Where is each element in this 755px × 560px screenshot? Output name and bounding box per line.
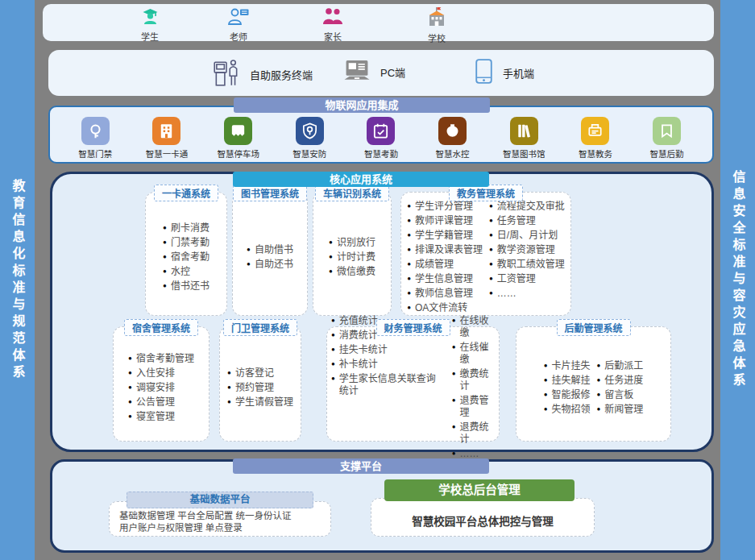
bullet-icon: ● — [227, 384, 231, 391]
bullet-icon: ● — [489, 218, 493, 224]
iot-academic: 智慧教务 — [561, 117, 630, 160]
feature-item: ●补卡统计 — [331, 358, 446, 372]
student-icon — [139, 6, 161, 29]
feature-item: ●任务管理 — [489, 214, 565, 229]
school-admin-description: 智慧校园平台总体把控与管理 — [412, 512, 554, 529]
left-ribbon: 教育信息化标准与规范体系 — [0, 0, 35, 560]
bullet-icon: ● — [452, 317, 456, 324]
feature-text: 成绩管理 — [415, 259, 454, 271]
feature-text: 宿舍考勤管理 — [136, 353, 194, 365]
feature-item: ●任务进度 — [597, 373, 644, 388]
feature-text: 自助还书 — [255, 259, 293, 271]
system-title: 门卫管理系统 — [223, 319, 297, 336]
feature-item: ●…… — [489, 287, 565, 301]
feature-text: 水控 — [171, 266, 190, 278]
feature-item: ●刷卡消费 — [163, 222, 209, 236]
base-data-platform-box: 基础数据平台 基础数据管理 平台全局配置 统一身份认证 用户账户与权限管理 单点… — [109, 501, 331, 537]
bullet-icon: ● — [163, 268, 167, 275]
academic-printer-icon — [581, 117, 609, 145]
audience-teacher: 老师 — [201, 6, 276, 43]
feature-columns: ●识别放行●计时计费●微信缴费 — [329, 236, 375, 280]
bullet-icon: ● — [247, 261, 251, 268]
school-admin-banner: 学校总后台管理 — [384, 479, 575, 501]
smart-campus-architecture-diagram: 教育信息化标准与规范体系 信息安全标准与容灾应急体系 学生老师家长学校 自助服务… — [0, 0, 755, 560]
feature-item: ●自助借书 — [247, 243, 293, 258]
bullet-icon: ● — [452, 371, 456, 377]
bullet-icon: ● — [597, 392, 601, 398]
feature-list: ●卡片挂失●挂失解挂●智能报修●失物招领 — [544, 359, 591, 417]
feature-text: 留言板 — [604, 389, 633, 401]
bullet-icon: ● — [128, 370, 132, 376]
feature-columns: ●刷卡消费●门禁考勤●宿舍考勤●水控●借书还书 — [163, 222, 209, 294]
feature-list: ●访客登记●预约管理●学生请假管理 — [227, 366, 293, 409]
parents-icon — [321, 6, 345, 29]
feature-item: ●门禁考勤 — [163, 236, 209, 251]
bullet-icon: ● — [489, 247, 493, 253]
feature-text: 识别放行 — [337, 237, 375, 249]
feature-text: 学生家长信息关联查询统计 — [339, 373, 446, 397]
feature-item: ●新闻管理 — [597, 402, 644, 417]
iot-label: 智慧图书馆 — [503, 147, 546, 160]
feature-text: 在线催缴 — [460, 342, 495, 366]
feature-item: ●成绩管理 — [407, 258, 483, 272]
bullet-icon: ● — [128, 384, 132, 391]
bullet-icon: ● — [128, 399, 132, 405]
feature-text: 卡片挂失 — [551, 360, 590, 372]
bullet-icon: ● — [452, 397, 456, 404]
system-box-academic: 教务管理系统 ●学生评分管理●教师评课管理●学生学籍管理●排课及课表管理●成绩管… — [400, 192, 571, 316]
feature-text: 学生评分管理 — [415, 201, 473, 213]
audience-label: 家长 — [324, 30, 342, 43]
feature-item: ●入住安排 — [128, 366, 194, 380]
feature-item: ●工资管理 — [489, 272, 565, 287]
feature-text: 教职工绩效管理 — [497, 259, 565, 271]
iot-security: 智慧安防 — [275, 117, 344, 160]
access-pc: PC端 — [342, 58, 405, 85]
feature-item: ●教职工绩效管理 — [489, 258, 565, 272]
feature-item: ●失物招领 — [544, 402, 591, 417]
feature-text: 寝室管理 — [136, 411, 175, 423]
bullet-icon: ● — [163, 283, 167, 289]
bullet-icon: ● — [331, 317, 335, 324]
feature-item: ●学生评分管理 — [407, 200, 483, 214]
kiosk-icon — [212, 58, 241, 91]
bullet-icon: ● — [227, 399, 231, 405]
feature-item: ●后勤派工 — [597, 359, 644, 373]
feature-text: 学生学籍管理 — [415, 230, 473, 242]
iot-label: 智慧门禁 — [78, 147, 112, 160]
feature-item: ●学生请假管理 — [227, 395, 293, 409]
audience-label: 学生 — [141, 30, 159, 43]
feature-item: ●在线催缴 — [452, 341, 495, 367]
audience-school: 学校 — [400, 6, 474, 44]
feature-item: ●学生家长信息关联查询统计 — [331, 372, 446, 399]
bullet-icon: ● — [407, 203, 411, 209]
attendance-calendar-icon — [367, 117, 395, 145]
feature-text: 借书还书 — [171, 280, 209, 292]
iot-label: 智慧停车场 — [217, 147, 259, 160]
feature-columns: ●学生评分管理●教师评课管理●学生学籍管理●排课及课表管理●成绩管理●学生信息管… — [407, 200, 565, 316]
feature-item: ●流程提交及审批 — [489, 200, 565, 214]
feature-text: 教学资源管理 — [497, 244, 555, 256]
feature-columns: ●自助借书●自助还书 — [247, 243, 293, 272]
feature-text: …… — [497, 288, 516, 300]
feature-text: 缴费统计 — [460, 368, 495, 392]
feature-item: ●计时计费 — [329, 251, 375, 265]
feature-item: ●宿舍考勤 — [163, 251, 209, 265]
bullet-icon: ● — [247, 247, 251, 253]
core-banner: 核心应用系统 — [233, 172, 489, 187]
audience-panel: 学生老师家长学校 — [43, 4, 714, 41]
feature-columns: ●卡片挂失●挂失解挂●智能报修●失物招领●后勤派工●任务进度●留言板●新闻管理 — [544, 359, 644, 417]
bullet-icon: ● — [407, 232, 411, 239]
feature-item: ●识别放行 — [329, 236, 375, 251]
bullet-icon: ● — [128, 413, 132, 420]
feature-item: ●教师信息管理 — [407, 287, 483, 301]
feature-item: ●调寝安排 — [128, 380, 194, 395]
audience-parent: 家长 — [296, 6, 370, 43]
access-label: 自助服务终端 — [250, 67, 313, 82]
bullet-icon: ● — [331, 332, 335, 338]
feature-text: 新闻管理 — [604, 404, 643, 416]
feature-text: 教师信息管理 — [415, 288, 473, 300]
security-shield-icon — [296, 117, 324, 145]
feature-item: ●留言板 — [597, 388, 644, 402]
feature-text: 退费管理 — [460, 395, 495, 419]
system-title: 财务管理系统 — [375, 319, 450, 336]
